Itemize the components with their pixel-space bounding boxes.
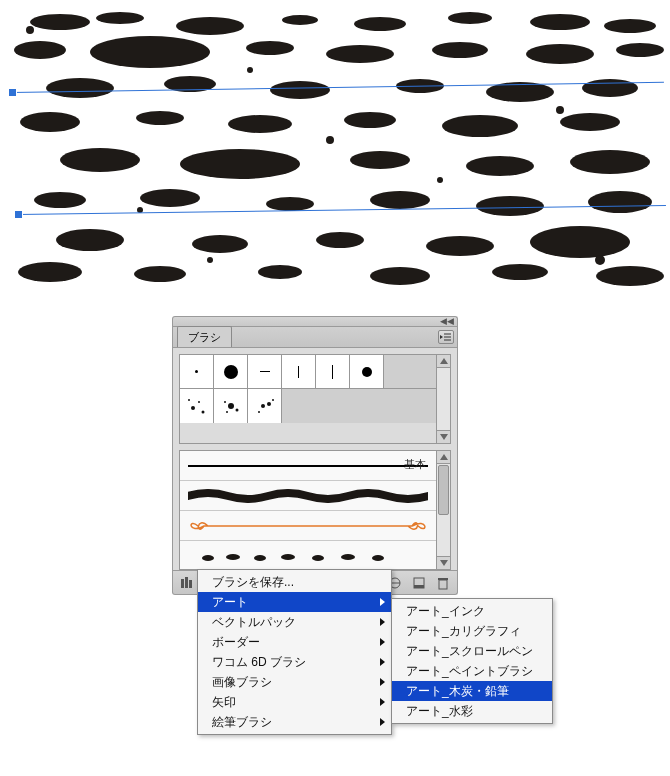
brush-strokes-list: 基本 [179,450,451,570]
path-segment-1[interactable] [12,82,664,93]
submenu-item[interactable]: アート_ペイントブラシ [392,661,552,681]
brush-libraries-icon[interactable] [179,575,195,591]
stroke-row-basic[interactable]: 基本 [180,451,450,481]
svg-point-7 [604,19,656,33]
svg-point-26 [560,113,620,131]
strokes-scrollbar[interactable] [436,451,450,569]
path-segment-2[interactable] [18,205,666,215]
svg-point-72 [272,399,274,401]
svg-point-38 [56,229,124,251]
panel-tab-row: ブラシ [172,326,458,348]
menu-item[interactable]: アート [198,592,391,612]
svg-point-55 [595,255,605,265]
panel-collapse-bar[interactable]: ◀◀ [172,316,458,326]
submenu-item[interactable]: アート_インク [392,601,552,621]
svg-marker-73 [440,358,448,364]
submenu-item[interactable]: アート_スクロールペン [392,641,552,661]
svg-point-25 [442,115,518,137]
svg-point-75 [202,555,214,561]
svg-point-77 [254,555,266,561]
svg-point-22 [136,111,184,125]
svg-point-4 [354,17,406,31]
svg-point-66 [224,401,226,403]
stroke-row-dots[interactable] [180,541,450,570]
brush-library-menu: ブラシを保存...アートベクトルパックボーダーワコム 6D ブラシ画像ブラシ矢印… [197,569,392,735]
stroke-row-calligraphic[interactable] [180,511,450,541]
svg-point-81 [372,555,384,561]
stroke-row-charcoal[interactable] [180,481,450,511]
svg-point-29 [350,151,410,169]
panel-flyout-button[interactable] [438,330,454,344]
svg-point-13 [526,44,594,64]
anchor-point[interactable] [9,89,16,96]
brush-thumb[interactable] [214,355,248,389]
brush-thumb[interactable] [282,355,316,389]
svg-point-33 [140,189,200,207]
svg-point-54 [556,106,564,114]
tab-brushes[interactable]: ブラシ [177,326,232,347]
svg-point-70 [267,402,271,406]
svg-point-40 [316,232,364,248]
submenu-item[interactable]: アート_水彩 [392,701,552,721]
menu-item[interactable]: 矢印 [198,692,391,712]
svg-point-0 [30,14,90,30]
menu-item[interactable]: ワコム 6D ブラシ [198,652,391,672]
menu-item[interactable]: ベクトルパック [198,612,391,632]
svg-point-6 [530,14,590,30]
svg-point-21 [20,112,80,132]
svg-point-23 [228,115,292,133]
svg-point-71 [258,411,260,413]
svg-point-65 [228,403,234,409]
menu-item[interactable]: ブラシを保存... [198,572,391,592]
brush-thumb[interactable] [248,389,282,423]
svg-point-39 [192,235,248,253]
brush-thumb[interactable] [248,355,282,389]
svg-marker-83 [440,560,448,566]
svg-point-78 [281,554,295,560]
svg-point-51 [326,136,334,144]
artboard-canvas[interactable] [0,0,670,290]
brush-thumb[interactable] [180,355,214,389]
svg-marker-74 [440,434,448,440]
svg-point-31 [570,150,650,174]
basic-stroke-label: 基本 [404,457,426,472]
submenu-item[interactable]: アート_木炭・鉛筆 [392,681,552,701]
menu-item[interactable]: ボーダー [198,632,391,652]
svg-point-45 [258,265,302,279]
svg-rect-92 [414,585,424,588]
brush-thumb[interactable] [316,355,350,389]
menu-item[interactable]: 画像ブラシ [198,672,391,692]
svg-point-64 [188,399,190,401]
thumbnails-scrollbar[interactable] [436,355,450,443]
svg-rect-93 [439,580,447,589]
svg-point-68 [226,411,228,413]
svg-point-5 [448,12,492,24]
brush-thumb[interactable] [214,389,248,423]
anchor-point[interactable] [15,211,22,218]
svg-point-46 [370,267,430,285]
brush-thumb[interactable] [180,389,214,423]
svg-point-34 [266,197,314,211]
svg-point-47 [492,264,548,280]
svg-point-11 [326,45,394,63]
svg-point-42 [530,226,630,258]
submenu-item[interactable]: アート_カリグラフィ [392,621,552,641]
brush-stroke-artwork [0,0,670,290]
svg-point-56 [207,257,213,263]
delete-brush-icon[interactable] [435,575,451,591]
brush-thumb[interactable] [350,355,384,389]
svg-rect-94 [438,578,448,580]
svg-point-14 [616,43,664,57]
brushes-panel: ◀◀ ブラシ [172,316,458,595]
menu-item[interactable]: 絵筆ブラシ [198,712,391,732]
svg-point-9 [90,36,210,68]
svg-point-50 [247,67,253,73]
new-brush-icon[interactable] [411,575,427,591]
svg-point-27 [60,148,140,172]
svg-point-52 [437,177,443,183]
svg-point-76 [226,554,240,560]
svg-point-63 [201,411,204,414]
svg-point-35 [370,191,430,209]
svg-point-79 [312,555,324,561]
svg-point-17 [270,81,330,99]
